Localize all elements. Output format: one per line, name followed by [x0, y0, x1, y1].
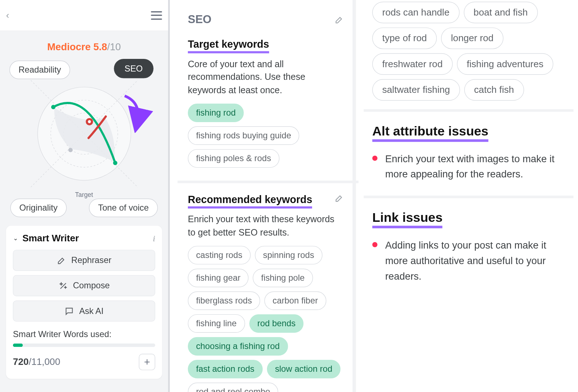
smart-writer-card: ⌄ Smart Writer i Rephraser Compose Ask A…: [6, 226, 162, 379]
radar-chart: [30, 80, 138, 189]
back-button[interactable]: ‹: [6, 10, 9, 21]
link-issue-item: Adding links to your post can make it mo…: [372, 238, 565, 290]
target-keywords-chips: fishing rodfishing rods buying guidefish…: [188, 104, 348, 168]
keyword-chip[interactable]: casting rods: [188, 246, 251, 264]
keyword-chip[interactable]: catch fish: [464, 79, 524, 101]
radar-target-label: Target: [75, 191, 93, 198]
svg-point-6: [51, 105, 55, 109]
keyword-chip[interactable]: fast action rods: [188, 360, 263, 378]
keyword-chip[interactable]: fishing adventures: [457, 53, 553, 75]
keyword-chip[interactable]: carbon fiber: [264, 292, 326, 310]
usage-label: Smart Writer Words used:: [13, 329, 155, 339]
seo-panel: SEO Target keywords Core of your text an…: [177, 0, 356, 392]
keyword-chip[interactable]: fishing gear: [188, 269, 249, 287]
compose-button[interactable]: Compose: [13, 275, 155, 296]
chevron-down-icon[interactable]: ⌄: [13, 235, 18, 242]
alt-issue-text: Enrich your text with images to make it …: [385, 151, 565, 182]
keyword-chip[interactable]: fishing pole: [253, 269, 313, 287]
wand-icon: [58, 281, 68, 290]
extra-keywords-chips: rods can handleboat and fishtype of rodl…: [372, 2, 565, 101]
tab-seo[interactable]: SEO: [114, 59, 154, 78]
svg-point-7: [113, 161, 117, 165]
smart-writer-title: Smart Writer: [22, 233, 79, 244]
info-icon[interactable]: i: [153, 233, 155, 243]
target-keywords-desc: Core of your text and all recommendation…: [188, 57, 342, 97]
usage-bar: [13, 344, 155, 347]
tab-tone[interactable]: Tone of voice: [89, 199, 158, 217]
rephraser-label: Rephraser: [71, 255, 111, 265]
left-panel: ‹ Mediocre 5.8/10 Readability SEO Origin…: [0, 0, 170, 392]
keyword-chip[interactable]: type of rod: [372, 27, 437, 49]
edit-icon: [57, 255, 66, 265]
tab-readability[interactable]: Readability: [9, 61, 70, 79]
compose-label: Compose: [73, 281, 110, 290]
target-keywords-title: Target keywords: [188, 38, 269, 53]
score-rating-label: Mediocre: [47, 41, 91, 52]
recommended-keywords-chips: casting rodsspinning rodsfishing gearfis…: [188, 246, 348, 392]
score-line: Mediocre 5.8/10: [0, 31, 168, 56]
keyword-chip[interactable]: fishing rods buying guide: [188, 126, 299, 145]
left-header: ‹: [0, 0, 168, 31]
keyword-chip[interactable]: choosing a fishing rod: [188, 337, 288, 356]
keyword-chip[interactable]: fiberglass rods: [188, 292, 260, 310]
keyword-chip[interactable]: spinning rods: [255, 246, 322, 264]
panel-title: SEO: [188, 13, 211, 26]
rephraser-button[interactable]: Rephraser: [13, 250, 155, 271]
add-words-button[interactable]: +: [139, 354, 155, 370]
pencil-icon[interactable]: [335, 194, 344, 203]
pencil-icon[interactable]: [335, 15, 344, 24]
keyword-chip[interactable]: rod bends: [249, 314, 304, 333]
usage-limit: /11,000: [29, 357, 60, 367]
keyword-chip[interactable]: boat and fish: [463, 2, 538, 23]
keyword-chip[interactable]: slow action rod: [267, 360, 341, 378]
keyword-chip[interactable]: freshwater rod: [372, 53, 453, 75]
keyword-chip[interactable]: rod and reel combo: [188, 383, 278, 392]
link-issues-title: Link issues: [372, 210, 443, 228]
radar-area: Readability SEO Originality Tone of voic…: [0, 56, 168, 220]
section-divider: [364, 196, 574, 198]
chat-icon: [65, 306, 74, 316]
keyword-chip[interactable]: longer rod: [441, 27, 504, 49]
score-max: /10: [107, 41, 121, 52]
usage-count: 720/11,000 +: [13, 354, 155, 370]
ask-ai-label: Ask AI: [79, 306, 103, 316]
keyword-chip[interactable]: saltwater fishing: [372, 79, 460, 101]
right-panel: rods can handleboat and fishtype of rodl…: [364, 0, 574, 392]
keyword-chip[interactable]: fishing rod: [188, 104, 244, 122]
alt-issues-title: Alt attribute issues: [372, 124, 488, 142]
usage-used: 720: [13, 357, 29, 367]
section-divider: [364, 109, 574, 112]
keyword-chip[interactable]: fishing line: [188, 314, 245, 333]
recommended-keywords-title: Recommended keywords: [188, 194, 312, 209]
alt-issue-item: Enrich your text with images to make it …: [372, 151, 565, 188]
keyword-chip[interactable]: rods can handle: [372, 2, 460, 23]
svg-point-9: [87, 119, 92, 124]
section-divider: [177, 181, 358, 183]
keyword-chip[interactable]: fishing poles & rods: [188, 149, 279, 168]
ask-ai-button[interactable]: Ask AI: [13, 301, 155, 322]
hamburger-menu-icon[interactable]: [151, 11, 162, 20]
svg-point-8: [68, 148, 73, 152]
link-issue-text: Adding links to your post can make it mo…: [385, 238, 565, 284]
tab-originality[interactable]: Originality: [10, 199, 67, 217]
issue-dot-icon: [372, 156, 378, 161]
recommended-keywords-desc: Enrich your text with these keywords to …: [188, 213, 342, 239]
issue-dot-icon: [372, 242, 378, 247]
score-value: 5.8: [93, 41, 107, 52]
